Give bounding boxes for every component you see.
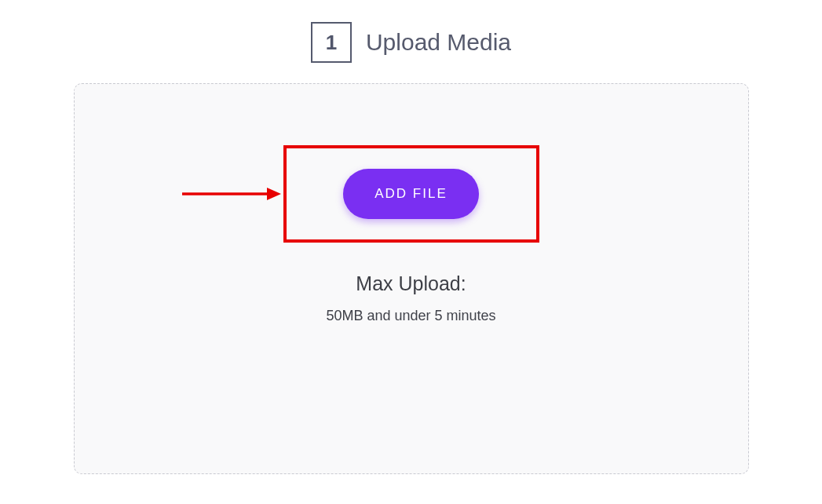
svg-marker-1: [267, 188, 281, 200]
max-upload-detail: 50MB and under 5 minutes: [326, 308, 495, 324]
step-number-box: 1: [311, 22, 352, 63]
max-upload-label: Max Upload:: [356, 272, 466, 295]
add-file-button[interactable]: ADD FILE: [343, 169, 479, 219]
step-header: 1 Upload Media: [0, 0, 822, 83]
step-number: 1: [326, 31, 337, 55]
annotation-arrow-icon: [181, 184, 283, 203]
annotation-highlight-box: ADD FILE: [283, 145, 539, 243]
page-title: Upload Media: [366, 29, 511, 56]
upload-dropzone[interactable]: ADD FILE Max Upload: 50MB and under 5 mi…: [74, 83, 749, 474]
